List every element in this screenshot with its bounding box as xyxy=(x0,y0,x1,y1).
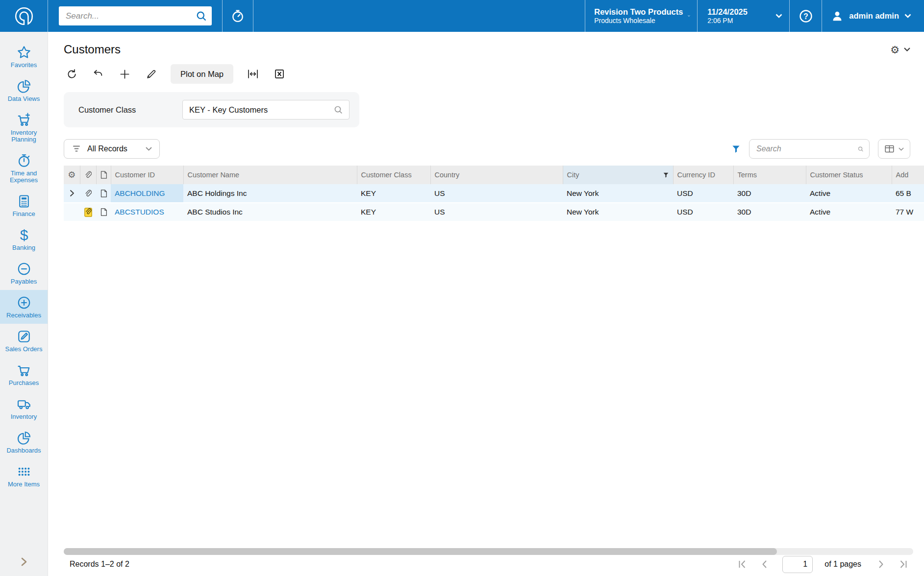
customer-class-cell: KEY xyxy=(357,203,430,221)
horizontal-scrollbar-track[interactable] xyxy=(64,548,913,555)
currency-id-cell: USD xyxy=(673,203,733,221)
page-settings-button[interactable]: ⚙ xyxy=(890,45,910,55)
page-number-input[interactable] xyxy=(782,556,813,573)
customer-class-field[interactable]: KEY - Key Customers xyxy=(182,100,350,120)
notes-column-header[interactable] xyxy=(96,166,111,184)
sidebar-item-label: Dashboards xyxy=(6,447,41,454)
sidebar-item-label: Inventory xyxy=(11,413,37,420)
note-file-icon xyxy=(100,208,107,216)
address-cell: 65 B xyxy=(892,184,924,203)
gear-icon: ⚙ xyxy=(890,45,899,55)
calculator-icon xyxy=(17,194,31,209)
sidebar-item-data-views[interactable]: Data Views xyxy=(0,73,48,107)
column-header-terms[interactable]: Terms xyxy=(733,166,806,184)
chevron-down-icon xyxy=(904,48,910,51)
business-date-selector[interactable]: 11/24/2025 2:06 PM xyxy=(697,0,789,32)
grid-header-row: ⚙ xyxy=(64,166,924,184)
next-page-button[interactable] xyxy=(873,556,889,572)
attachments-column-header[interactable] xyxy=(80,166,96,184)
grid-footer: Records 1–2 of 2 of 1 pages xyxy=(48,555,924,576)
business-date-timer-button[interactable] xyxy=(222,0,253,32)
row-notes-cell[interactable] xyxy=(96,203,111,221)
sidebar-nav: Favorites Data Views Inventory Planning … xyxy=(0,32,48,576)
undo-icon xyxy=(93,69,104,80)
row-expand-cell[interactable] xyxy=(64,184,80,203)
filter-funnel-icon[interactable] xyxy=(731,144,741,154)
customer-id-link[interactable]: ABCSTUDIOS xyxy=(115,208,164,216)
search-icon[interactable] xyxy=(196,11,207,22)
undo-button[interactable] xyxy=(87,64,109,84)
sidebar-item-banking[interactable]: $ Banking xyxy=(0,222,48,256)
records-filter-dropdown[interactable]: All Records xyxy=(64,139,160,159)
horizontal-scrollbar-thumb[interactable] xyxy=(64,548,777,555)
table-row[interactable]: ABCSTUDIOS ABC Studios Inc KEY US New Yo… xyxy=(64,203,924,221)
column-header-address[interactable]: Add xyxy=(892,166,924,184)
grid-search-box xyxy=(749,139,870,159)
chevron-right-icon xyxy=(70,190,75,197)
dollar-icon: $ xyxy=(17,228,31,242)
add-record-button[interactable] xyxy=(114,64,135,84)
export-to-excel-button[interactable] xyxy=(269,64,290,84)
sidebar-item-label: Data Views xyxy=(8,96,40,102)
plot-on-map-button[interactable]: Plot on Map xyxy=(171,64,233,84)
table-row[interactable]: ABCHOLDING ABC Holdings Inc KEY US New Y… xyxy=(64,184,924,203)
page-toolbar: Plot on Map xyxy=(48,56,924,84)
sidebar-item-dashboards[interactable]: Dashboards xyxy=(0,425,48,459)
column-header-country[interactable]: Country xyxy=(430,166,563,184)
row-notes-cell[interactable] xyxy=(96,184,111,203)
sidebar-expand-button[interactable] xyxy=(0,551,48,576)
sidebar-item-sales-orders[interactable]: Sales Orders xyxy=(0,324,48,358)
column-header-customer-name[interactable]: Customer Name xyxy=(183,166,357,184)
user-menu[interactable]: admin admin xyxy=(822,0,924,32)
fit-width-button[interactable] xyxy=(242,64,264,84)
tenant-selector[interactable]: Revision Two Products Products Wholesale xyxy=(585,0,697,32)
customer-id-link[interactable]: ABCHOLDING xyxy=(115,189,165,197)
row-attachments-cell[interactable] xyxy=(80,203,96,221)
lookup-icon[interactable] xyxy=(334,105,343,115)
global-search-input[interactable] xyxy=(66,11,196,21)
previous-page-button[interactable] xyxy=(757,556,773,572)
cart-plus-icon xyxy=(17,113,31,127)
records-count-label: Records 1–2 of 2 xyxy=(70,560,129,569)
last-page-button[interactable] xyxy=(896,556,911,572)
plus-icon xyxy=(119,69,130,80)
sidebar-item-purchases[interactable]: Purchases xyxy=(0,358,48,391)
sidebar-item-favorites[interactable]: Favorites xyxy=(0,40,48,73)
column-header-customer-class[interactable]: Customer Class xyxy=(357,166,430,184)
main-content: Customers ⚙ xyxy=(48,32,924,576)
sidebar-item-payables[interactable]: Payables xyxy=(0,256,48,290)
column-header-currency-id[interactable]: Currency ID xyxy=(673,166,733,184)
row-expand-cell[interactable] xyxy=(64,203,80,221)
row-attachments-cell[interactable] xyxy=(80,184,96,203)
plus-circle-icon xyxy=(17,295,31,310)
grid-settings-header[interactable]: ⚙ xyxy=(64,166,80,184)
sidebar-item-inventory-planning[interactable]: Inventory Planning xyxy=(0,107,48,148)
help-button[interactable]: ? xyxy=(789,0,822,32)
column-configuration-button[interactable] xyxy=(878,139,910,159)
column-header-city[interactable]: City xyxy=(563,166,673,184)
terms-cell: 30D xyxy=(733,203,806,221)
column-header-customer-status[interactable]: Customer Status xyxy=(806,166,892,184)
sidebar-item-finance[interactable]: Finance xyxy=(0,189,48,222)
refresh-button[interactable] xyxy=(61,64,82,84)
customer-name-cell: ABC Studios Inc xyxy=(183,203,357,221)
business-time: 2:06 PM xyxy=(707,17,771,25)
sidebar-item-time-and-expenses[interactable]: Time and Expenses xyxy=(0,148,48,189)
top-bar: Revision Two Products Products Wholesale… xyxy=(0,0,924,32)
customer-status-cell: Active xyxy=(806,203,892,221)
column-header-customer-id[interactable]: Customer ID xyxy=(111,166,183,184)
sidebar-item-label: Purchases xyxy=(9,380,39,386)
search-icon[interactable] xyxy=(858,144,864,154)
paperclip-icon xyxy=(84,189,92,198)
app-logo[interactable] xyxy=(0,0,48,32)
attachment-present-icon xyxy=(84,208,92,217)
chevron-down-icon xyxy=(688,14,690,18)
sidebar-item-inventory[interactable]: Inventory xyxy=(0,391,48,425)
sidebar-item-more-items[interactable]: More Items xyxy=(0,459,48,493)
sidebar-item-label: Receivables xyxy=(6,312,41,319)
grid-search-input[interactable] xyxy=(756,144,858,153)
edit-record-button[interactable] xyxy=(140,64,162,84)
first-page-button[interactable] xyxy=(734,556,750,572)
sidebar-item-receivables[interactable]: Receivables xyxy=(0,290,48,324)
column-filter-icon[interactable] xyxy=(663,172,669,178)
